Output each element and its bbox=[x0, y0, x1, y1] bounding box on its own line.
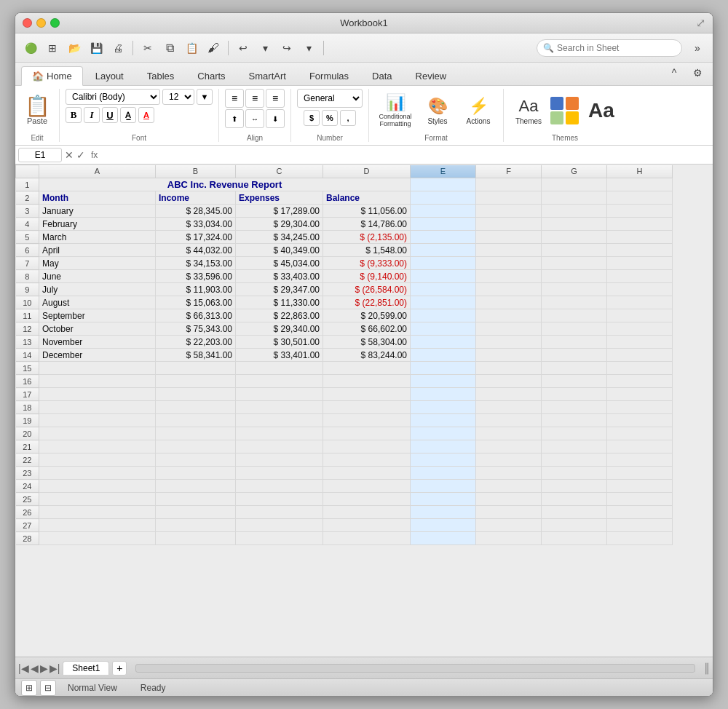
align-bottom-button[interactable]: ⬇ bbox=[266, 109, 285, 128]
cell-B22[interactable] bbox=[156, 453, 236, 467]
font-size-select[interactable]: 12 bbox=[162, 89, 194, 105]
cell-C24[interactable] bbox=[236, 480, 323, 493]
cell-C13[interactable]: $ 30,501.00 bbox=[236, 336, 323, 349]
maximize-button[interactable] bbox=[50, 18, 60, 28]
cell-C14[interactable]: $ 33,401.00 bbox=[236, 349, 323, 362]
cell-C4[interactable]: $ 29,304.00 bbox=[236, 218, 323, 231]
cell-A24[interactable] bbox=[39, 480, 156, 493]
cell-B4[interactable]: $ 33,034.00 bbox=[156, 218, 236, 231]
col-header-A[interactable]: A bbox=[39, 165, 156, 178]
tab-home[interactable]: 🏠 Home bbox=[21, 66, 83, 86]
cell-D27[interactable] bbox=[323, 519, 411, 532]
row-num-20[interactable]: 20 bbox=[16, 427, 39, 440]
align-middle-button[interactable]: ↔ bbox=[245, 109, 264, 128]
cell-G26[interactable] bbox=[542, 506, 607, 519]
cell-B3[interactable]: $ 28,345.00 bbox=[156, 205, 236, 218]
cell-H11[interactable] bbox=[607, 309, 673, 322]
themes-large-label[interactable]: Aa bbox=[582, 91, 620, 130]
row-num-19[interactable]: 19 bbox=[16, 414, 39, 427]
tab-formulas[interactable]: Formulas bbox=[298, 66, 360, 85]
cell-B16[interactable] bbox=[156, 375, 236, 388]
cell-E20[interactable] bbox=[411, 427, 476, 440]
col-header-H[interactable]: H bbox=[607, 165, 673, 178]
cell-H26[interactable] bbox=[607, 506, 673, 519]
align-right-button[interactable]: ≡ bbox=[266, 89, 285, 108]
row-num-11[interactable]: 11 bbox=[16, 309, 39, 322]
cell-C23[interactable] bbox=[236, 467, 323, 480]
cell-B5[interactable]: $ 17,324.00 bbox=[156, 231, 236, 244]
cell-D26[interactable] bbox=[323, 506, 411, 519]
col-header-E[interactable]: E bbox=[411, 165, 476, 178]
cell-A21[interactable] bbox=[39, 440, 156, 453]
cell-D8[interactable]: $ (9,140.00) bbox=[323, 270, 411, 283]
close-button[interactable] bbox=[23, 18, 32, 28]
row-num-9[interactable]: 9 bbox=[16, 283, 39, 296]
theme-color-4[interactable] bbox=[566, 111, 579, 124]
cell-H16[interactable] bbox=[607, 375, 673, 388]
cell-A12[interactable]: October bbox=[39, 322, 156, 336]
cell-A10[interactable]: August bbox=[39, 296, 156, 309]
cell-B8[interactable]: $ 33,596.00 bbox=[156, 270, 236, 283]
cell-F28[interactable] bbox=[476, 532, 542, 545]
cell-B7[interactable]: $ 34,153.00 bbox=[156, 257, 236, 270]
cell-A11[interactable]: September bbox=[39, 309, 156, 322]
cell-F14[interactable] bbox=[476, 349, 542, 362]
cell-H6[interactable] bbox=[607, 244, 673, 257]
tab-smartart[interactable]: SmartArt bbox=[238, 66, 297, 85]
cell-E3[interactable] bbox=[411, 205, 476, 218]
confirm-formula-icon[interactable]: ✓ bbox=[76, 149, 85, 161]
cell-G3[interactable] bbox=[542, 205, 607, 218]
cell-E18[interactable] bbox=[411, 401, 476, 414]
cell-H28[interactable] bbox=[607, 532, 673, 545]
cell-D28[interactable] bbox=[323, 532, 411, 545]
cell-C25[interactable] bbox=[236, 493, 323, 506]
tab-charts[interactable]: Charts bbox=[186, 66, 236, 85]
row-num-7[interactable]: 7 bbox=[16, 257, 39, 270]
cell-C21[interactable] bbox=[236, 440, 323, 453]
cell-D6[interactable]: $ 1,548.00 bbox=[323, 244, 411, 257]
cell-B17[interactable] bbox=[156, 388, 236, 401]
cell-G9[interactable] bbox=[542, 283, 607, 296]
cell-C19[interactable] bbox=[236, 414, 323, 427]
cell-G6[interactable] bbox=[542, 244, 607, 257]
cell-F16[interactable] bbox=[476, 375, 542, 388]
cell-C10[interactable]: $ 11,330.00 bbox=[236, 296, 323, 309]
conditional-formatting-button[interactable]: 📊 ConditionalFormatting bbox=[375, 91, 416, 130]
normal-view-button[interactable]: ⊞ bbox=[21, 680, 37, 696]
tab-review[interactable]: Review bbox=[405, 66, 458, 85]
cell-H25[interactable] bbox=[607, 493, 673, 506]
cell-D20[interactable] bbox=[323, 427, 411, 440]
cell-E6[interactable] bbox=[411, 244, 476, 257]
cell-A25[interactable] bbox=[39, 493, 156, 506]
cell-E7[interactable] bbox=[411, 257, 476, 270]
cell-G19[interactable] bbox=[542, 414, 607, 427]
cell-A14[interactable]: December bbox=[39, 349, 156, 362]
cell-C26[interactable] bbox=[236, 506, 323, 519]
cell-B26[interactable] bbox=[156, 506, 236, 519]
format-painter-button[interactable]: 🖌 bbox=[204, 39, 223, 58]
cell-H7[interactable] bbox=[607, 257, 673, 270]
cell-B11[interactable]: $ 66,313.00 bbox=[156, 309, 236, 322]
cell-F3[interactable] bbox=[476, 205, 542, 218]
cell-E17[interactable] bbox=[411, 388, 476, 401]
row-num-22[interactable]: 22 bbox=[16, 453, 39, 467]
row-num-23[interactable]: 23 bbox=[16, 467, 39, 480]
cell-C20[interactable] bbox=[236, 427, 323, 440]
sheet-nav-last[interactable]: ▶| bbox=[50, 662, 60, 674]
percent-button[interactable]: % bbox=[322, 110, 338, 126]
cell-G5[interactable] bbox=[542, 231, 607, 244]
col-header-G[interactable]: G bbox=[542, 165, 607, 178]
cell-H20[interactable] bbox=[607, 427, 673, 440]
cell-H22[interactable] bbox=[607, 453, 673, 467]
cell-C27[interactable] bbox=[236, 519, 323, 532]
cell-C16[interactable] bbox=[236, 375, 323, 388]
open-button[interactable]: 📂 bbox=[65, 39, 84, 58]
underline-button[interactable]: U bbox=[102, 107, 118, 123]
cell-H4[interactable] bbox=[607, 218, 673, 231]
align-center-button[interactable]: ≡ bbox=[245, 89, 264, 108]
cell-E9[interactable] bbox=[411, 283, 476, 296]
cell-F21[interactable] bbox=[476, 440, 542, 453]
cell-C9[interactable]: $ 29,347.00 bbox=[236, 283, 323, 296]
cell-B14[interactable]: $ 58,341.00 bbox=[156, 349, 236, 362]
cell-C18[interactable] bbox=[236, 401, 323, 414]
